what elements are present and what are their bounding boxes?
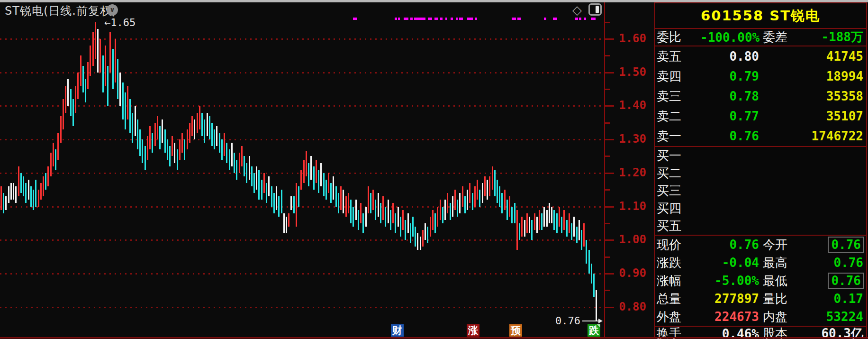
kline-bar	[310, 156, 312, 180]
kline-bar	[514, 203, 515, 223]
kline-bar	[25, 183, 27, 203]
kline-bar	[75, 86, 76, 113]
kline-bar	[109, 32, 111, 73]
kline-bar	[430, 217, 431, 237]
kline-bar	[358, 210, 359, 230]
buy-row[interactable]: 买三	[655, 182, 866, 200]
kline-bar	[97, 29, 99, 73]
sell-volume: 1746722	[759, 129, 866, 143]
kline-bar	[256, 166, 257, 190]
kline-bar	[556, 213, 558, 233]
sell-row[interactable]: 卖二0.7735107	[655, 106, 866, 126]
kline-bar	[415, 227, 416, 247]
chevron-down-icon[interactable]: ∨	[107, 4, 118, 16]
kline-bar	[362, 213, 364, 233]
kline-bar	[278, 196, 280, 217]
signal-dash	[451, 18, 453, 20]
panel-toggle-icon[interactable]	[588, 3, 602, 16]
kline-bar	[268, 176, 270, 196]
grid-line	[0, 239, 604, 241]
kline-bar	[283, 213, 285, 233]
kline-bar	[459, 193, 461, 213]
kline-bar	[293, 196, 295, 213]
kline-bar	[569, 213, 570, 233]
kline-bar	[591, 264, 592, 284]
diamond-marker-icon[interactable]: ◇	[570, 3, 584, 17]
kline-bar	[174, 143, 175, 163]
kline-bar	[323, 173, 325, 196]
buy-row[interactable]: 买五	[655, 217, 866, 235]
buy-row[interactable]: 买一	[655, 147, 866, 165]
axis-price-label: 1.40	[607, 99, 646, 112]
signal-dash	[456, 18, 458, 20]
kline-bar	[135, 106, 136, 136]
kline-bar	[177, 149, 178, 170]
kline-bar	[553, 210, 555, 230]
right-arrow-line	[582, 321, 598, 321]
info-value-2: 0.76	[808, 237, 866, 253]
kline-bar	[20, 173, 22, 193]
buy-label: 买二	[657, 165, 700, 182]
kline-bar	[524, 220, 525, 237]
kline-bar	[236, 160, 237, 180]
quick-btn-预[interactable]: 预	[509, 324, 522, 337]
kline-bar	[390, 210, 391, 230]
info-value-2: 53224	[808, 310, 866, 324]
kline-bar	[261, 180, 262, 200]
quick-btn-涨[interactable]: 涨	[467, 324, 479, 337]
quick-btn-跌[interactable]: 跌	[588, 324, 600, 337]
info-value-2-text: 0.76	[833, 256, 863, 270]
kline-bar	[33, 190, 34, 210]
quick-btn-财[interactable]: 财	[391, 324, 404, 337]
kline-bar	[529, 217, 530, 233]
sell-row[interactable]: 卖四0.7918994	[655, 66, 866, 86]
buy-row[interactable]: 买二	[655, 165, 866, 182]
kline-bar	[509, 196, 510, 217]
bottom-border	[0, 337, 868, 339]
kline-bar	[107, 66, 108, 106]
panel-toggle-bar	[596, 6, 599, 13]
kline-bar	[328, 173, 329, 193]
sell-row[interactable]: 卖五0.8041745	[655, 46, 866, 66]
kline-bar	[45, 173, 46, 190]
info-label-1: 总量	[657, 291, 700, 307]
info-row: 涨幅-5.00%最低0.76	[655, 272, 866, 290]
kline-bar	[154, 123, 156, 146]
info-value-2: 0.76	[808, 256, 866, 270]
kline-bar	[479, 190, 480, 207]
info-label-1: 涨跌	[657, 255, 700, 271]
kline-bar	[442, 207, 443, 223]
kline-bar	[13, 183, 14, 200]
kline-bar	[454, 190, 456, 210]
sell-label: 卖五	[657, 48, 700, 65]
buy-row[interactable]: 买四	[655, 200, 866, 217]
kline-bar	[169, 146, 171, 166]
chart-title: ST锐电(日线.前复权)	[5, 3, 117, 18]
info-value-2-text: 0.17	[833, 292, 863, 306]
kline-bar	[440, 200, 441, 220]
axis-price-label: 1.30	[607, 132, 646, 146]
kline-bar	[199, 106, 200, 129]
kline-bar	[551, 207, 552, 223]
kline-bar	[95, 22, 96, 59]
axis-price-label: 1.20	[607, 166, 646, 179]
buy-label: 买三	[657, 183, 700, 199]
kline-bar	[5, 196, 7, 210]
kline-bar	[209, 116, 210, 139]
kline-bar	[122, 82, 124, 119]
kline-bar	[573, 217, 575, 237]
kline-bar	[137, 119, 138, 149]
sell-row[interactable]: 卖一0.761746722	[655, 126, 866, 146]
kline-bar	[452, 196, 453, 217]
sell-row[interactable]: 卖三0.7835358	[655, 86, 866, 106]
kline-bar	[494, 170, 496, 196]
kline-bar	[432, 210, 434, 230]
info-label-2: 最低	[763, 273, 808, 289]
kline-bar	[343, 190, 344, 213]
fold-corner	[597, 324, 600, 328]
kline-bar	[90, 46, 91, 76]
info-value-1: 0.76	[700, 238, 759, 252]
kline-bar	[330, 183, 332, 203]
stock-code-name[interactable]: 601558 ST锐电	[655, 3, 866, 29]
kline-bar	[191, 116, 193, 136]
